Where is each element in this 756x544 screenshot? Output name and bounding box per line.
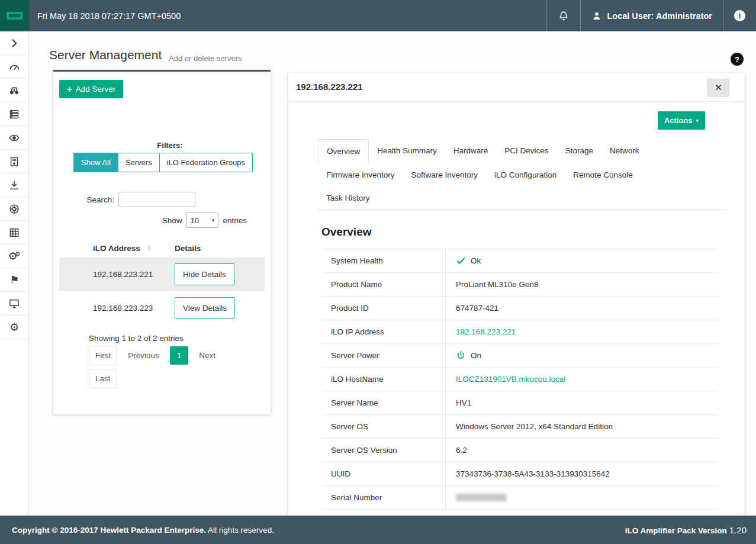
page-first[interactable]: First <box>89 346 117 365</box>
page-last[interactable]: Last <box>89 369 117 388</box>
page-size-value: 10 <box>190 216 198 225</box>
close-icon: ✕ <box>715 82 722 93</box>
server-table-header: iLO Address ▲▼ Details <box>59 239 265 257</box>
sidebar-item-server-management[interactable] <box>0 102 28 126</box>
help-icon: ? <box>735 55 739 64</box>
detail-title: 192.168.223.221 <box>296 82 363 92</box>
sidebar-item-configuration[interactable]: ⚙ <box>0 316 28 339</box>
field-label: Server Power <box>321 344 446 367</box>
actions-label: Actions <box>664 116 693 125</box>
filter-servers[interactable]: Servers <box>118 153 160 172</box>
sidebar-item-alerts[interactable]: ⚑ <box>0 268 28 292</box>
tab-task-history[interactable]: Task History <box>318 186 378 210</box>
datetime: Fri May 18 2018 07:27:17 GMT+0500 <box>37 11 181 21</box>
server-detail-panel: 192.168.223.221 ✕ Actions ▾ OverviewHeal… <box>288 73 745 516</box>
sidebar-item-monitoring[interactable] <box>0 126 28 150</box>
sidebar-item-reports[interactable] <box>0 221 28 244</box>
sidebar-item-recovery[interactable] <box>0 197 28 221</box>
main-content: Server Management Add or delete servers … <box>29 31 756 516</box>
footer: Copyright © 2016-2017 Hewlett Packard En… <box>0 516 756 544</box>
search-input[interactable] <box>118 192 195 207</box>
sidebar-item-services[interactable]: ⚙⚙ <box>0 244 28 268</box>
user-menu[interactable]: Local User: Administrator <box>580 0 723 31</box>
page-next[interactable]: Next <box>193 346 221 365</box>
value-link[interactable]: 192.168.223.221 <box>456 327 516 336</box>
server-address: 192.168.223.223 <box>59 304 175 313</box>
sidebar-item-dashboard[interactable] <box>0 55 28 79</box>
field-label: iLO IP Address <box>321 320 446 343</box>
entries-label: entries <box>223 216 247 225</box>
value-link[interactable]: ILOCZ131901VB.mkucou.local <box>456 375 565 384</box>
hide-details-button[interactable]: Hide Details <box>175 263 234 285</box>
pagination: FirstPrevious1NextLast <box>89 346 226 388</box>
detail-tabs: OverviewHealth SummaryHardwarePCI Device… <box>318 139 726 210</box>
tab-software-inventory[interactable]: Software Inventory <box>403 163 487 186</box>
server-address: 192.168.223.221 <box>59 270 175 279</box>
notifications-button[interactable] <box>546 0 580 31</box>
tab-firmware-inventory[interactable]: Firmware Inventory <box>318 163 403 186</box>
server-row[interactable]: 192.168.223.221Hide Details <box>59 257 265 291</box>
tab-hardware[interactable]: Hardware <box>445 139 497 163</box>
field-value: 192.168.223.221 <box>446 320 718 343</box>
server-rows: 192.168.223.221Hide Details192.168.223.2… <box>59 257 265 325</box>
sidebar-item-expand[interactable] <box>0 31 28 55</box>
chevron-down-icon: ▾ <box>212 217 215 223</box>
page-title: Server Management <box>49 48 162 62</box>
column-ilo-address[interactable]: iLO Address ▲▼ <box>59 244 175 253</box>
help-button[interactable]: ? <box>731 53 744 66</box>
page-previous[interactable]: Previous <box>122 346 165 365</box>
sidebar-item-firmware-download[interactable] <box>0 173 28 197</box>
field-label: Server OS <box>321 415 446 438</box>
filter-group: Show AllServersiLO Federation Groups <box>73 153 253 172</box>
server-list-panel: + Add Server Filters: Show AllServersiLO… <box>53 70 271 414</box>
page-size-select[interactable]: 10 ▾ <box>186 213 218 228</box>
detail-row: iLO HostNameILOCZ131901VB.mkucou.local <box>321 368 718 391</box>
tab-overview[interactable]: Overview <box>318 139 369 163</box>
sidebar-item-remote-console[interactable] <box>0 292 28 316</box>
field-value: 674787-421 <box>446 297 718 320</box>
search-row: Search: <box>53 192 195 207</box>
alerts-icon: ⚑ <box>9 275 19 285</box>
filter-ilo-federation-groups[interactable]: iLO Federation Groups <box>159 153 253 172</box>
actions-button[interactable]: Actions ▾ <box>658 111 705 130</box>
filter-show-all[interactable]: Show All <box>73 153 118 172</box>
field-label: Product ID <box>321 297 446 320</box>
expand-icon <box>8 37 20 49</box>
detail-row: System HealthOk <box>321 249 718 273</box>
detail-row: Server OSWindows Server 2012, x64 Standa… <box>321 415 718 439</box>
sidebar-item-assets[interactable] <box>0 150 28 173</box>
sidebar: ⚙⚙⚑⚙ <box>0 31 29 516</box>
detail-row: Serial Number <box>321 486 718 510</box>
monitoring-icon <box>8 132 20 144</box>
tab-storage[interactable]: Storage <box>557 139 601 163</box>
info-button[interactable]: i <box>723 0 756 31</box>
tab-remote-console[interactable]: Remote Console <box>565 163 641 186</box>
field-value: ProLiant ML310e Gen8 <box>446 273 718 296</box>
close-button[interactable]: ✕ <box>707 79 729 96</box>
show-label: Show <box>162 216 182 225</box>
tab-network[interactable]: Network <box>601 139 648 163</box>
field-value: Ok <box>446 249 718 272</box>
add-server-button[interactable]: + Add Server <box>59 80 123 98</box>
recovery-icon <box>8 203 20 215</box>
column-details: Details <box>175 244 201 253</box>
assets-icon <box>8 156 20 168</box>
tab-health-summary[interactable]: Health Summary <box>369 139 445 163</box>
copyright-rest: All rights reserved. <box>208 526 274 535</box>
chevron-down-icon: ▾ <box>696 118 699 124</box>
reports-icon <box>8 227 20 239</box>
server-row[interactable]: 192.168.223.223View Details <box>59 291 265 325</box>
power-icon <box>456 350 466 360</box>
detail-row: Product ID674787-421 <box>321 297 718 320</box>
version: iLO Amplifier Pack Version1.20 <box>625 525 747 535</box>
detail-row: iLO IP Address192.168.223.221 <box>321 320 718 344</box>
page-1[interactable]: 1 <box>170 346 189 365</box>
tab-ilo-configuration[interactable]: iLO Configuration <box>486 163 565 186</box>
view-details-button[interactable]: View Details <box>175 297 235 319</box>
sort-icon: ▲▼ <box>147 244 152 252</box>
sidebar-item-discovery[interactable] <box>0 79 28 102</box>
search-label: Search: <box>86 195 114 204</box>
user-label: Local User: Administrator <box>607 11 712 21</box>
version-value: 1.20 <box>729 525 747 535</box>
tab-pci-devices[interactable]: PCI Devices <box>496 139 556 163</box>
